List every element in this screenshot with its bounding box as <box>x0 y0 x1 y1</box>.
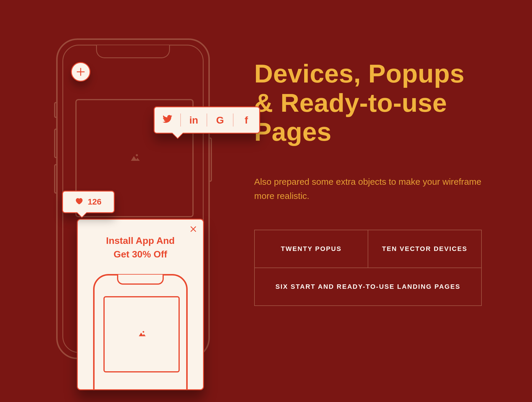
plus-icon <box>76 64 85 79</box>
feature-grid: TWENTY POPUS TEN VECTOR DEVICES SIX STAR… <box>254 230 482 306</box>
promo-title-line2: Get 30% Off <box>78 247 203 261</box>
like-count: 126 <box>88 197 102 207</box>
image-placeholder-icon <box>137 329 147 339</box>
twitter-icon[interactable] <box>161 114 174 126</box>
heart-icon[interactable] <box>75 197 83 207</box>
facebook-icon[interactable]: f <box>240 114 253 126</box>
phone-side-button <box>54 164 56 194</box>
svg-point-1 <box>136 154 138 156</box>
promo-card: Install App And Get 30% Off <box>77 219 204 390</box>
svg-marker-2 <box>139 333 146 336</box>
promo-mini-phone <box>93 274 188 390</box>
image-placeholder-icon <box>128 152 141 164</box>
feature-cell-devices: TEN VECTOR DEVICES <box>368 230 481 268</box>
like-count-popup: 126 <box>62 191 115 213</box>
headline: Devices, Popups & Ready-to-use Pages <box>254 59 482 147</box>
phone-side-button <box>54 129 56 158</box>
phone-side-button <box>210 137 212 182</box>
linkedin-icon[interactable]: in <box>187 114 201 126</box>
divider <box>180 114 181 127</box>
feature-cell-popups: TWENTY POPUS <box>255 230 368 268</box>
feature-cell-landing-pages: SIX START AND READY-TO-USE LANDING PAGES <box>255 268 481 305</box>
phone-notch <box>96 45 170 58</box>
divider <box>233 114 233 127</box>
svg-point-3 <box>142 331 144 333</box>
google-icon[interactable]: G <box>213 114 227 126</box>
divider <box>207 114 207 127</box>
social-share-popup: in G f <box>154 106 260 134</box>
close-icon[interactable] <box>190 225 197 234</box>
svg-marker-0 <box>131 156 140 161</box>
phone-mockup-group: in G f 126 Install App And Get 30% Off <box>56 38 210 361</box>
phone-side-button <box>54 102 56 118</box>
promo-title: Install App And Get 30% Off <box>78 234 203 261</box>
copy-column: Devices, Popups & Ready-to-use Pages Als… <box>254 59 482 306</box>
add-button[interactable] <box>71 62 90 82</box>
marketing-slide: Devices, Popups & Ready-to-use Pages Als… <box>0 0 532 402</box>
promo-title-line1: Install App And <box>78 234 203 247</box>
subtext: Also prepared some extra objects to make… <box>254 175 482 203</box>
promo-image-frame <box>103 296 180 372</box>
